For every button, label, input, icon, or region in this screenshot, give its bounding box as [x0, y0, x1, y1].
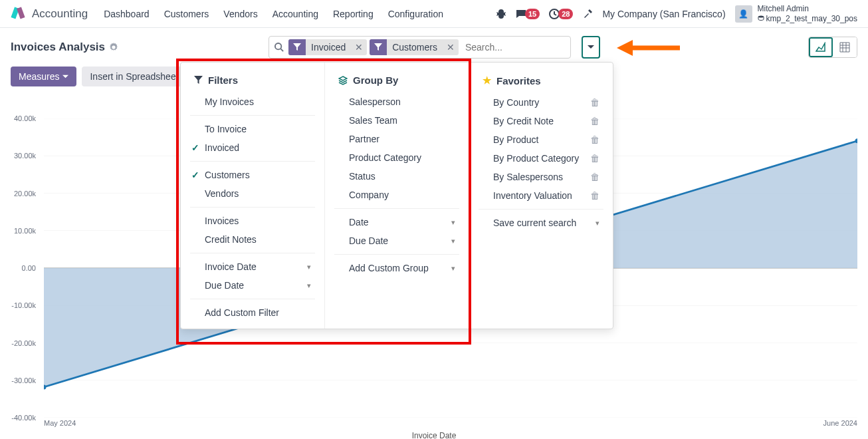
search-icon: [274, 43, 284, 53]
x-axis: May 2024 June 2024: [44, 419, 857, 427]
search-options-toggle[interactable]: [582, 36, 600, 59]
favorites-column: ★Favorites By Country🗑 By Credit Note🗑 B…: [469, 63, 613, 329]
graph-view-button[interactable]: [809, 37, 833, 57]
messages-badge: 15: [525, 9, 540, 19]
app-logo[interactable]: [11, 7, 25, 21]
filter-to-invoice[interactable]: To Invoice: [181, 120, 324, 138]
facet-label: Customers: [387, 42, 443, 53]
trash-icon[interactable]: 🗑: [590, 172, 599, 182]
filter-icon: [370, 39, 387, 55]
caret-down-icon: ▾: [451, 264, 455, 273]
filter-due-date[interactable]: Due Date▾: [181, 276, 324, 295]
activities-icon[interactable]: 28: [549, 9, 573, 19]
groupby-date[interactable]: Date▾: [325, 213, 469, 231]
x-axis-label: Invoice Date: [412, 431, 457, 439]
breadcrumb: Invoices Analysis: [11, 41, 118, 54]
svg-rect-1: [17, 7, 25, 19]
caret-down-icon: ▾: [451, 237, 455, 245]
groupby-column: Group By Salesperson Sales Team Partner …: [325, 63, 469, 329]
facet-remove[interactable]: ✕: [443, 42, 459, 53]
caret-down-icon: [588, 44, 594, 51]
user-menu[interactable]: 👤 Mitchell Admin kmp_2_test_may_30_pos: [735, 4, 857, 23]
pivot-view-button[interactable]: [833, 37, 857, 57]
caret-down-icon: ▾: [307, 281, 311, 290]
nav-menu: Dashboard Customers Vendors Accounting R…: [104, 9, 496, 19]
filter-invoice-date[interactable]: Invoice Date▾: [181, 257, 324, 276]
trash-icon[interactable]: 🗑: [590, 97, 599, 108]
nav-customers[interactable]: Customers: [164, 9, 209, 19]
facet-invoiced: Invoiced ✕: [288, 39, 367, 55]
filters-column: Filters My Invoices To Invoice Invoiced …: [181, 63, 325, 329]
x-tick-end: June 2024: [823, 419, 857, 427]
debug-icon[interactable]: [496, 9, 506, 19]
nav-reporting[interactable]: Reporting: [333, 9, 374, 19]
nav-right: 15 28 My Company (San Francisco) 👤 Mitch…: [496, 4, 857, 23]
caret-down-icon: ▾: [451, 218, 455, 227]
db-name: kmp_2_test_may_30_pos: [766, 14, 857, 23]
nav-vendors[interactable]: Vendors: [223, 9, 257, 19]
gear-icon[interactable]: [109, 43, 118, 52]
filter-invoices[interactable]: Invoices: [181, 212, 324, 230]
search-options-panel: Filters My Invoices To Invoice Invoiced …: [180, 62, 613, 329]
favorites-header: ★Favorites: [469, 69, 613, 93]
caret-down-icon: [62, 74, 68, 80]
nav-accounting[interactable]: Accounting: [272, 9, 318, 19]
groupby-due-date[interactable]: Due Date▾: [325, 231, 469, 250]
star-icon: ★: [483, 74, 491, 86]
trash-icon[interactable]: 🗑: [590, 134, 599, 145]
trash-icon[interactable]: 🗑: [590, 153, 599, 164]
avatar: 👤: [735, 5, 752, 23]
y-axis: 40.00k 30.00k 20.00k 10.00k 0.00 -10.00k…: [7, 118, 40, 418]
activities-badge: 28: [558, 9, 573, 19]
filter-invoiced[interactable]: Invoiced: [181, 138, 324, 157]
filter-icon: [194, 76, 203, 84]
caret-down-icon: ▾: [307, 263, 311, 271]
caret-down-icon: ▾: [596, 219, 599, 227]
svg-point-14: [44, 384, 47, 389]
save-current-search[interactable]: Save current search▾: [469, 214, 613, 232]
groupby-status[interactable]: Status: [325, 167, 469, 186]
insert-spreadsheet-button[interactable]: Insert in Spreadsheet: [82, 67, 186, 86]
trash-icon[interactable]: 🗑: [590, 116, 599, 126]
add-custom-group[interactable]: Add Custom Group▾: [325, 259, 469, 277]
filter-credit-notes[interactable]: Credit Notes: [181, 230, 324, 249]
tools-icon[interactable]: [582, 9, 593, 19]
groupby-partner[interactable]: Partner: [325, 130, 469, 148]
svg-point-4: [275, 43, 281, 49]
groupby-sales-team[interactable]: Sales Team: [325, 111, 469, 130]
messages-icon[interactable]: 15: [516, 9, 540, 19]
search-box[interactable]: Invoiced ✕ Customers ✕: [269, 36, 571, 59]
favorite-by-country[interactable]: By Country🗑: [469, 93, 613, 112]
filter-customers[interactable]: Customers: [181, 166, 324, 184]
app-name[interactable]: Accounting: [32, 7, 88, 21]
facet-remove[interactable]: ✕: [351, 42, 367, 53]
company-switcher[interactable]: My Company (San Francisco): [602, 9, 725, 19]
layers-icon: [338, 76, 348, 85]
groupby-company[interactable]: Company: [325, 186, 469, 204]
favorite-by-product-category[interactable]: By Product Category🗑: [469, 149, 613, 168]
facet-label: Invoiced: [306, 42, 351, 53]
svg-point-3: [758, 15, 764, 17]
filter-vendors[interactable]: Vendors: [181, 184, 324, 203]
favorite-by-credit-note[interactable]: By Credit Note🗑: [469, 112, 613, 130]
search-input[interactable]: [461, 42, 568, 53]
control-panel: Invoices Analysis Invoiced ✕ Customers ✕: [0, 28, 868, 67]
trash-icon[interactable]: 🗑: [590, 190, 599, 201]
filters-header: Filters: [181, 69, 324, 92]
measures-button[interactable]: Measures: [11, 67, 76, 86]
favorite-by-salespersons[interactable]: By Salespersons🗑: [469, 168, 613, 186]
favorite-inventory-valuation[interactable]: Inventory Valuation🗑: [469, 186, 613, 205]
navbar: Accounting Dashboard Customers Vendors A…: [0, 0, 868, 28]
nav-dashboard[interactable]: Dashboard: [104, 9, 150, 19]
database-icon: [758, 15, 764, 22]
filter-my-invoices[interactable]: My Invoices: [181, 92, 324, 111]
groupby-product-category[interactable]: Product Category: [325, 148, 469, 167]
user-name: Mitchell Admin: [758, 4, 857, 13]
nav-configuration[interactable]: Configuration: [388, 9, 443, 19]
view-switcher: [808, 37, 857, 58]
favorite-by-product[interactable]: By Product🗑: [469, 130, 613, 149]
groupby-salesperson[interactable]: Salesperson: [325, 92, 469, 111]
filter-icon: [288, 39, 306, 55]
add-custom-filter[interactable]: Add Custom Filter: [181, 303, 324, 322]
groupby-header: Group By: [325, 69, 469, 92]
